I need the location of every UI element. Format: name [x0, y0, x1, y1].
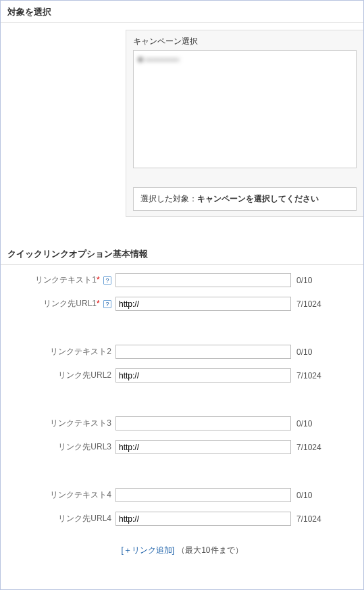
- char-counter: 0/10: [296, 276, 312, 285]
- link-url-row: リンク先URL47/1024: [14, 512, 350, 526]
- input-wrap: 7/1024: [115, 440, 350, 454]
- char-counter: 0/10: [296, 491, 312, 500]
- main-panel: 対象を選択 キャンペーン選択 ■ ══════ 選択した対象：キャンペーンを選択…: [0, 0, 364, 590]
- link-url-input[interactable]: [115, 297, 291, 311]
- input-wrap: 0/10: [115, 488, 350, 502]
- link-text-row: リンクテキスト20/10: [14, 345, 350, 359]
- link-text-row: リンクテキスト40/10: [14, 488, 350, 502]
- selected-target-box: 選択した対象：キャンペーンを選択してください: [133, 187, 357, 211]
- char-counter: 7/1024: [296, 371, 321, 380]
- link-url-label: リンク先URL4: [14, 513, 115, 524]
- add-link-row: [＋リンク追加]（最大10件まで）: [1, 535, 363, 576]
- form-area: リンクテキスト1* ?0/10リンク先URL1* ?7/1024リンクテキスト2…: [1, 265, 363, 526]
- link-text-row: リンクテキスト1* ?0/10: [14, 273, 350, 287]
- add-link-button[interactable]: [＋リンク追加]: [121, 545, 174, 555]
- section-target-title: 対象を選択: [1, 1, 363, 23]
- input-wrap: 7/1024: [115, 368, 350, 383]
- campaign-panel: キャンペーン選択 ■ ══════ 選択した対象：キャンペーンを選択してください: [126, 30, 363, 217]
- link-text-label: リンクテキスト4: [14, 489, 115, 501]
- add-link-note: （最大10件まで）: [177, 545, 242, 555]
- input-wrap: 0/10: [115, 273, 350, 287]
- char-counter: 7/1024: [296, 443, 321, 452]
- link-text-row: リンクテキスト30/10: [14, 416, 350, 431]
- link-text-input[interactable]: [115, 488, 291, 502]
- link-url-input[interactable]: [115, 512, 291, 526]
- link-text-label: リンクテキスト3: [14, 418, 115, 429]
- campaign-list[interactable]: ■ ══════: [133, 50, 357, 168]
- link-text-label: リンクテキスト1* ?: [14, 274, 115, 286]
- link-url-row: リンク先URL37/1024: [14, 440, 350, 454]
- input-wrap: 0/10: [115, 416, 350, 431]
- link-url-input[interactable]: [115, 440, 291, 454]
- link-url-input[interactable]: [115, 368, 291, 383]
- campaign-select-label: キャンペーン選択: [133, 36, 357, 47]
- input-wrap: 0/10: [115, 345, 350, 359]
- selected-target-label: 選択した対象：: [140, 194, 197, 203]
- link-text-input[interactable]: [115, 416, 291, 431]
- char-counter: 0/10: [296, 419, 312, 428]
- input-wrap: 7/1024: [115, 297, 350, 311]
- link-text-input[interactable]: [115, 273, 291, 287]
- link-url-label: リンク先URL2: [14, 370, 115, 381]
- group-gap: [14, 392, 350, 416]
- help-icon[interactable]: ?: [103, 276, 111, 285]
- group-gap: [14, 320, 350, 345]
- campaign-item[interactable]: ■ ══════: [138, 55, 180, 64]
- char-counter: 0/10: [296, 347, 312, 357]
- link-url-row: リンク先URL1* ?7/1024: [14, 297, 350, 311]
- link-text-input[interactable]: [115, 345, 291, 359]
- link-url-row: リンク先URL27/1024: [14, 368, 350, 383]
- link-url-label: リンク先URL1* ?: [14, 298, 115, 310]
- group-gap: [14, 464, 350, 488]
- char-counter: 7/1024: [296, 514, 321, 524]
- target-area: キャンペーン選択 ■ ══════ 選択した対象：キャンペーンを選択してください: [1, 23, 363, 230]
- char-counter: 7/1024: [296, 299, 321, 309]
- link-text-label: リンクテキスト2: [14, 346, 115, 358]
- section-basic-title: クイックリンクオプション基本情報: [1, 244, 363, 265]
- selected-target-value: キャンペーンを選択してください: [197, 194, 319, 203]
- required-mark: *: [97, 299, 100, 308]
- input-wrap: 7/1024: [115, 512, 350, 526]
- required-mark: *: [97, 275, 100, 285]
- help-icon[interactable]: ?: [103, 300, 111, 308]
- link-url-label: リンク先URL3: [14, 441, 115, 453]
